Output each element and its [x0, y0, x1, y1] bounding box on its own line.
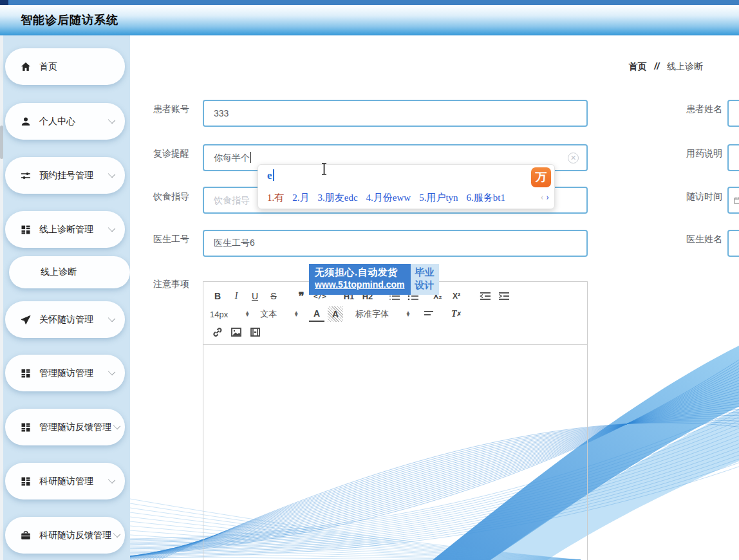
notes-rich-text-editor: B I U S ❞ </> H1 H2 X₂ X² [203, 281, 588, 560]
patient-account-input[interactable] [203, 100, 588, 127]
revisit-reminder-value: 你每半个 [214, 153, 250, 163]
updown-arrows-icon: ▲▼ [294, 312, 299, 317]
outdent-button[interactable] [478, 288, 493, 304]
breadcrumb-separator: // [654, 61, 659, 71]
doctor-name-input[interactable] [727, 230, 739, 257]
sidebar-item-label: 科研随访管理 [39, 476, 93, 487]
breadcrumb: 首页 // 线上诊断 [628, 61, 703, 73]
updown-arrows-icon: ▲▼ [245, 312, 250, 317]
underline-button[interactable]: U [247, 288, 263, 304]
app-title: 智能诊后随访系统 [21, 12, 118, 28]
chevron-down-icon [114, 423, 120, 429]
italic-button[interactable]: I [229, 288, 244, 304]
chevron-down-icon [109, 369, 115, 375]
blockquote-button[interactable]: ❞ [294, 288, 309, 304]
grid-icon [21, 422, 31, 433]
chevron-down-icon [109, 117, 115, 123]
diet-guide-label: 饮食指导 [153, 191, 189, 203]
sidebar-scrollbar[interactable] [0, 35, 3, 560]
doctor-name-label: 医生姓名 [682, 234, 722, 245]
ime-prev-page-icon[interactable]: ‹ [541, 192, 544, 202]
sidebar-item-research-followup-feedback-mgmt[interactable]: 科研随访反馈管理 [5, 517, 125, 554]
followup-time-input[interactable] [727, 187, 739, 214]
revisit-reminder-label: 复诊提醒 [153, 148, 189, 160]
medication-input[interactable] [727, 144, 739, 171]
video-button[interactable] [247, 324, 263, 340]
sidebar-item-home[interactable]: 首页 [5, 48, 125, 85]
app-header: 智能诊后随访系统 [0, 5, 739, 35]
app-window: 智能诊后随访系统 首页 个人中心 预约挂号管理 [0, 0, 739, 560]
sidebar-item-label: 首页 [39, 61, 57, 73]
ime-popup: e 万 1.有 2.月 3.朋友edc 4.月份eww 5.用户tyn 6.服务… [257, 164, 555, 209]
breadcrumb-current: 线上诊断 [667, 61, 703, 71]
sidebar-scrollbar-thumb[interactable] [0, 126, 3, 159]
font-size-select[interactable]: 14px ▲▼ [210, 310, 250, 319]
text-caret [250, 152, 251, 163]
wanneng-ime-icon[interactable]: 万 [531, 167, 551, 187]
sidebar-item-label: 预约挂号管理 [39, 170, 93, 182]
sidebar-item-manage-followup-mgmt[interactable]: 管理随访管理 [5, 355, 125, 391]
sliders-icon [21, 171, 31, 181]
paper-plane-icon [21, 315, 31, 325]
indent-button[interactable] [496, 288, 512, 304]
watermark: 无须担心.自动发货 www.51topmind.com 毕业 设计 [309, 264, 439, 295]
align-button[interactable] [421, 306, 436, 322]
sidebar-item-online-diagnosis-mgmt[interactable]: 线上诊断管理 [5, 211, 125, 248]
text-color-button[interactable]: A [309, 306, 324, 322]
sidebar-item-label: 关怀随访管理 [39, 314, 93, 326]
ime-candidate[interactable]: 5.用户tyn [419, 192, 458, 204]
grid-icon [21, 476, 31, 487]
font-family-select[interactable]: 标准字体 ▲▼ [355, 308, 411, 320]
ime-candidate[interactable]: 6.服务bt1 [467, 192, 505, 204]
patient-account-label: 患者账号 [153, 104, 189, 115]
chevron-down-icon [109, 315, 115, 321]
image-button[interactable] [229, 324, 244, 340]
clear-format-button[interactable]: T✗ [449, 306, 464, 322]
sidebar-item-personal-center[interactable]: 个人中心 [5, 103, 125, 140]
format-select[interactable]: 文本 ▲▼ [260, 308, 299, 320]
medication-label: 用药说明 [682, 148, 722, 160]
ime-caret [273, 169, 274, 181]
ime-candidate-list: 1.有 2.月 3.朋友edc 4.月份eww 5.用户tyn 6.服务bt1 [267, 192, 532, 204]
strikethrough-button[interactable]: S [266, 288, 281, 304]
ime-candidate[interactable]: 4.月份eww [366, 192, 411, 204]
breadcrumb-home-link[interactable]: 首页 [628, 61, 646, 71]
briefcase-icon [21, 530, 31, 541]
sidebar-item-label: 管理随访管理 [39, 368, 93, 379]
ime-pagination: ‹› [541, 192, 549, 203]
chevron-down-icon [109, 477, 115, 483]
sidebar-item-label: 管理随访反馈管理 [39, 422, 111, 433]
sidebar-item-online-diagnosis[interactable]: 线上诊断 [9, 256, 130, 288]
user-icon [21, 117, 31, 127]
sidebar-item-appointment-mgmt[interactable]: 预约挂号管理 [5, 157, 125, 194]
grid-icon [21, 225, 31, 235]
bold-button[interactable]: B [210, 288, 225, 304]
chevron-down-icon [109, 225, 115, 231]
superscript-button[interactable]: X² [449, 288, 464, 304]
grid-icon [21, 368, 31, 378]
doctor-id-input[interactable] [203, 230, 588, 257]
watermark-text: 无须担心.自动发货 www.51topmind.com [309, 264, 411, 295]
ime-candidate[interactable]: 2.月 [292, 192, 309, 204]
followup-time-label: 随访时间 [682, 191, 722, 203]
doctor-id-label: 医生工号 [153, 234, 189, 245]
sidebar-item-research-followup-mgmt[interactable]: 科研随访管理 [5, 463, 125, 499]
ime-candidate[interactable]: 1.有 [267, 192, 284, 204]
clear-input-icon[interactable]: ✕ [568, 153, 579, 163]
sidebar-item-care-followup-mgmt[interactable]: 关怀随访管理 [5, 301, 125, 338]
sidebar-item-label: 线上诊断管理 [39, 224, 93, 236]
notes-label: 注意事项 [153, 279, 189, 290]
sidebar-item-label: 线上诊断 [41, 266, 77, 278]
top-accent-bar [0, 0, 739, 5]
link-button[interactable] [210, 324, 225, 340]
watermark-badge: 毕业 设计 [411, 264, 439, 295]
highlight-color-button[interactable]: A [328, 306, 343, 322]
calendar-icon [734, 197, 739, 204]
ime-next-page-icon[interactable]: › [546, 192, 549, 202]
chevron-down-icon [114, 531, 120, 537]
chevron-down-icon [109, 171, 115, 177]
ime-candidate[interactable]: 3.朋友edc [318, 192, 358, 204]
patient-name-input[interactable] [727, 100, 739, 127]
sidebar-item-label: 科研随访反馈管理 [39, 530, 111, 541]
sidebar-item-manage-followup-feedback-mgmt[interactable]: 管理随访反馈管理 [5, 409, 125, 445]
